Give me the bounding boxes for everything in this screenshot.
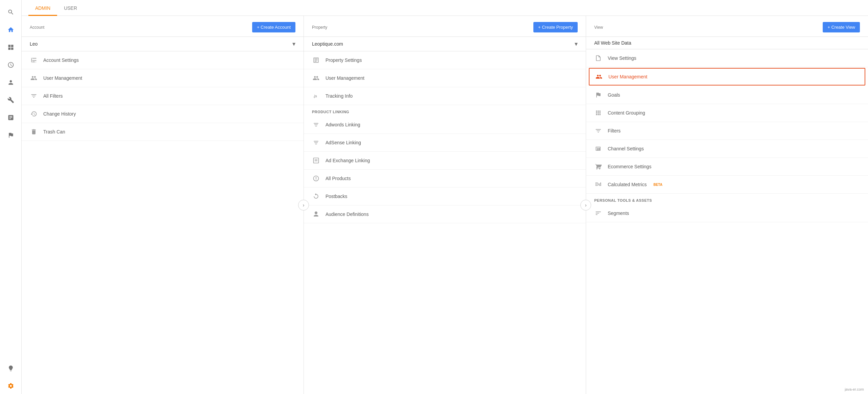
view-filter-icon xyxy=(594,127,602,135)
audience-definitions-item[interactable]: Audience Definitions xyxy=(304,205,586,223)
tool-icon[interactable] xyxy=(3,92,19,108)
adexchange-icon xyxy=(312,156,320,165)
clock-icon[interactable] xyxy=(3,57,19,73)
user-mgmt-icon xyxy=(30,74,38,82)
channel-settings-icon xyxy=(594,145,602,153)
adsense-linking-label: AdSense Linking xyxy=(326,140,361,145)
view-user-management-item[interactable]: User Management xyxy=(589,68,865,85)
home-icon[interactable] xyxy=(3,22,19,38)
create-account-button[interactable]: + Create Account xyxy=(252,22,295,32)
account-chevron-icon: ▾ xyxy=(292,40,295,48)
audience-definitions-label: Audience Definitions xyxy=(326,212,369,217)
segments-label: Segments xyxy=(608,211,629,216)
property-nav-arrow[interactable]: › xyxy=(580,200,591,211)
view-settings-icon xyxy=(594,54,602,62)
change-history-label: Change History xyxy=(43,111,76,117)
property-selector-value: Leoptique.com xyxy=(312,41,575,47)
channel-settings-label: Channel Settings xyxy=(608,146,644,151)
lightbulb-icon[interactable] xyxy=(3,360,19,376)
postbacks-item[interactable]: Postbacks xyxy=(304,188,586,205)
view-settings-item[interactable]: View Settings xyxy=(586,49,868,67)
trash-can-label: Trash Can xyxy=(43,129,65,134)
filter-icon xyxy=(30,92,38,100)
view-selector[interactable]: All Web Site Data xyxy=(586,37,868,49)
sidebar xyxy=(0,0,22,394)
all-filters-label: All Filters xyxy=(43,93,63,99)
view-filters-label: Filters xyxy=(608,128,621,133)
property-column-header: Property + Create Property xyxy=(304,16,586,37)
all-products-item[interactable]: All Products xyxy=(304,170,586,188)
adsense-icon xyxy=(312,139,320,147)
goals-label: Goals xyxy=(608,92,620,98)
account-settings-item[interactable]: Account Settings xyxy=(22,51,304,69)
adsense-linking-item[interactable]: AdSense Linking xyxy=(304,134,586,152)
change-history-item[interactable]: Change History xyxy=(22,105,304,123)
audience-icon xyxy=(312,210,320,218)
create-view-button[interactable]: + Create View xyxy=(823,22,860,32)
content-grouping-icon xyxy=(594,109,602,117)
view-settings-label: View Settings xyxy=(608,55,636,61)
all-products-label: All Products xyxy=(326,176,351,181)
admin-content: Account + Create Account Leo ▾ Account S… xyxy=(22,16,868,394)
gear-icon[interactable] xyxy=(3,378,19,394)
view-column-header: View + Create View xyxy=(586,16,868,37)
calculated-metrics-item[interactable]: Dd Calculated Metrics BETA xyxy=(586,176,868,194)
footer-credit: java-er.com xyxy=(845,387,864,391)
top-tabs: ADMIN USER xyxy=(22,0,868,16)
adwords-linking-item[interactable]: Adwords Linking xyxy=(304,116,586,134)
account-user-mgmt-label: User Management xyxy=(43,75,82,81)
search-icon[interactable] xyxy=(3,4,19,20)
postbacks-label: Postbacks xyxy=(326,194,347,199)
allproducts-icon xyxy=(312,174,320,182)
channel-settings-item[interactable]: Channel Settings xyxy=(586,140,868,158)
content-grouping-item[interactable]: Content Grouping xyxy=(586,104,868,122)
tab-user[interactable]: USER xyxy=(57,0,84,16)
adwords-linking-label: Adwords Linking xyxy=(326,122,360,127)
person-icon[interactable] xyxy=(3,74,19,91)
view-user-mgmt-icon xyxy=(595,73,603,81)
view-column: View + Create View All Web Site Data Vie… xyxy=(586,16,868,394)
product-linking-header: PRODUCT LINKING xyxy=(304,105,586,116)
property-user-management-item[interactable]: User Management xyxy=(304,69,586,87)
property-settings-item[interactable]: Property Settings xyxy=(304,51,586,69)
flag-icon[interactable] xyxy=(3,127,19,143)
adexchange-linking-item[interactable]: Ad Exchange Linking xyxy=(304,152,586,170)
tracking-info-label: Tracking Info xyxy=(326,93,353,99)
main-content: ADMIN USER Account + Create Account Leo … xyxy=(22,0,868,394)
account-label: Account xyxy=(30,25,44,30)
beta-badge: BETA xyxy=(653,183,662,187)
grid-icon[interactable] xyxy=(3,39,19,55)
account-nav-arrow[interactable]: › xyxy=(298,200,309,211)
tracking-icon: .js xyxy=(312,92,320,100)
account-settings-label: Account Settings xyxy=(43,57,79,63)
tab-admin[interactable]: ADMIN xyxy=(28,0,57,16)
account-selector-value: Leo xyxy=(30,41,292,47)
ecommerce-settings-item[interactable]: Ecommerce Settings xyxy=(586,158,868,176)
segments-icon xyxy=(594,209,602,217)
calculated-metrics-label: Calculated Metrics xyxy=(608,182,647,187)
property-column: Property + Create Property Leoptique.com… xyxy=(304,16,586,394)
adexchange-linking-label: Ad Exchange Linking xyxy=(326,158,370,163)
property-chevron-icon: ▾ xyxy=(575,40,578,48)
property-settings-label: Property Settings xyxy=(326,57,362,63)
view-filters-item[interactable]: Filters xyxy=(586,122,868,140)
adwords-icon xyxy=(312,121,320,129)
tracking-info-item[interactable]: .js Tracking Info xyxy=(304,87,586,105)
svg-text:.js: .js xyxy=(313,94,317,98)
account-settings-icon xyxy=(30,56,38,64)
account-user-management-item[interactable]: User Management xyxy=(22,69,304,87)
property-selector[interactable]: Leoptique.com ▾ xyxy=(304,37,586,51)
goals-icon xyxy=(594,91,602,99)
property-settings-icon xyxy=(312,56,320,64)
account-selector[interactable]: Leo ▾ xyxy=(22,37,304,51)
report-icon[interactable] xyxy=(3,109,19,126)
segments-item[interactable]: Segments xyxy=(586,204,868,222)
content-grouping-label: Content Grouping xyxy=(608,110,645,116)
postbacks-icon xyxy=(312,192,320,200)
all-filters-item[interactable]: All Filters xyxy=(22,87,304,105)
calculated-metrics-icon: Dd xyxy=(594,180,602,189)
property-label: Property xyxy=(312,25,327,30)
goals-item[interactable]: Goals xyxy=(586,86,868,104)
create-property-button[interactable]: + Create Property xyxy=(533,22,578,32)
trash-can-item[interactable]: Trash Can xyxy=(22,123,304,141)
